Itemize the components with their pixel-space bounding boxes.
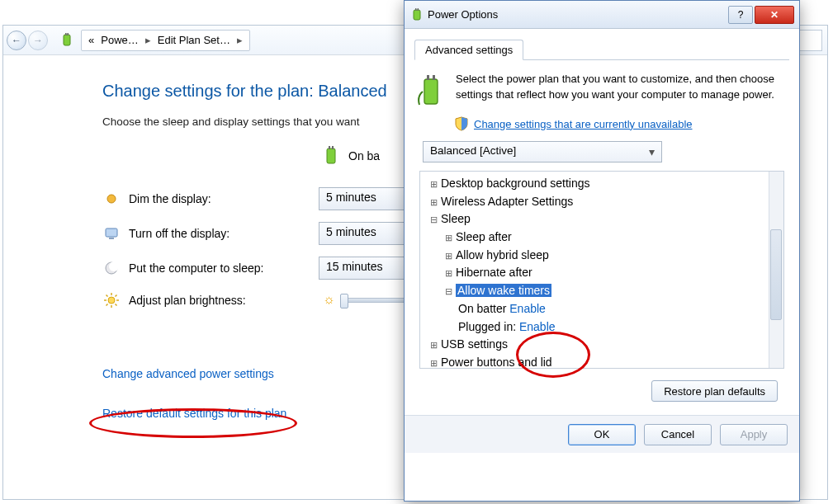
unlock-settings-row: Change settings that are currently unava… bbox=[454, 116, 789, 131]
on-battery-value[interactable]: Enable bbox=[509, 302, 546, 315]
tree-item-sleep[interactable]: ⊟Sleep bbox=[425, 210, 780, 228]
svg-point-10 bbox=[109, 261, 119, 271]
tree-item-desktop[interactable]: ⊞Desktop background settings bbox=[425, 175, 780, 193]
tree-item-sleep-after[interactable]: ⊞Sleep after bbox=[425, 228, 780, 247]
restore-plan-defaults-button[interactable]: Restore plan defaults bbox=[651, 380, 778, 402]
sun-low-icon: ☼ bbox=[323, 292, 335, 307]
dialog-body: Advanced settings Select the power plan … bbox=[405, 29, 799, 415]
crumb-back: « bbox=[85, 34, 97, 46]
svg-line-17 bbox=[116, 304, 117, 306]
svg-rect-24 bbox=[427, 75, 429, 80]
dim-label: Dim the display: bbox=[129, 192, 319, 205]
svg-rect-0 bbox=[64, 35, 70, 45]
tree-item-on-battery[interactable]: On batter Enable bbox=[425, 300, 780, 318]
dialog-title: Power Options bbox=[424, 8, 727, 21]
chevron-right-icon: ▸ bbox=[142, 34, 154, 46]
svg-line-18 bbox=[116, 295, 117, 297]
collapse-icon[interactable]: ⊟ bbox=[428, 213, 438, 227]
dim-icon bbox=[102, 190, 121, 208]
apply-button[interactable]: Apply bbox=[720, 424, 788, 445]
slider-thumb[interactable] bbox=[340, 294, 348, 309]
power-options-dialog: Power Options ? ✕ Advanced settings Sele… bbox=[404, 0, 800, 502]
svg-rect-5 bbox=[332, 146, 334, 149]
tree-item-power-buttons[interactable]: ⊞Power buttons and lid bbox=[425, 354, 780, 369]
turn-off-label: Turn off the display: bbox=[129, 227, 319, 240]
tree-item-usb[interactable]: ⊞USB settings bbox=[425, 336, 780, 354]
expand-icon[interactable]: ⊞ bbox=[443, 266, 453, 280]
expand-icon[interactable]: ⊞ bbox=[443, 231, 453, 245]
svg-rect-1 bbox=[65, 33, 67, 35]
svg-rect-21 bbox=[415, 8, 416, 11]
power-options-icon bbox=[409, 7, 424, 22]
expand-icon[interactable]: ⊞ bbox=[428, 338, 438, 352]
chevron-right-icon: ▸ bbox=[234, 34, 246, 46]
sleep-label: Put the computer to sleep: bbox=[129, 261, 319, 275]
monitor-icon bbox=[102, 224, 121, 243]
plan-dropdown[interactable]: Balanced [Active] bbox=[423, 141, 662, 163]
svg-line-19 bbox=[106, 304, 108, 306]
svg-rect-25 bbox=[433, 75, 435, 80]
breadcrumb[interactable]: « Powe… ▸ Edit Plan Set… ▸ bbox=[81, 30, 250, 51]
collapse-icon[interactable]: ⊟ bbox=[443, 285, 453, 299]
svg-rect-7 bbox=[106, 228, 117, 237]
tree-item-plugged-in[interactable]: Plugged in: Enable bbox=[425, 318, 780, 337]
svg-rect-2 bbox=[67, 33, 69, 35]
svg-rect-20 bbox=[414, 10, 420, 20]
moon-icon bbox=[102, 259, 121, 277]
svg-point-11 bbox=[108, 297, 115, 304]
svg-line-16 bbox=[106, 295, 108, 297]
cancel-button[interactable]: Cancel bbox=[644, 424, 712, 445]
tree-scrollbar[interactable] bbox=[769, 172, 783, 368]
expand-icon[interactable]: ⊞ bbox=[428, 177, 438, 191]
dialog-footer: OK Cancel Apply bbox=[405, 415, 799, 453]
tab-bar: Advanced settings bbox=[414, 39, 789, 60]
expand-icon[interactable]: ⊞ bbox=[428, 195, 438, 210]
svg-rect-23 bbox=[424, 79, 438, 104]
tree-item-wireless[interactable]: ⊞Wireless Adapter Settings bbox=[425, 193, 780, 211]
expand-icon[interactable]: ⊞ bbox=[428, 356, 438, 369]
svg-rect-22 bbox=[418, 8, 419, 11]
crumb-power[interactable]: Powe… bbox=[97, 34, 142, 46]
battery-icon bbox=[320, 144, 342, 167]
dialog-intro-text: Select the power plan that you want to c… bbox=[447, 72, 789, 111]
svg-rect-3 bbox=[327, 148, 335, 163]
sun-icon bbox=[102, 291, 121, 309]
expand-icon[interactable]: ⊞ bbox=[443, 249, 453, 263]
svg-rect-4 bbox=[329, 146, 330, 149]
help-button[interactable]: ? bbox=[728, 6, 753, 24]
ok-button[interactable]: OK bbox=[568, 424, 636, 445]
brightness-label: Adjust plan brightness: bbox=[129, 294, 319, 307]
crumb-edit-plan[interactable]: Edit Plan Set… bbox=[154, 34, 234, 46]
tree-item-hibernate-after[interactable]: ⊞Hibernate after bbox=[425, 264, 780, 282]
tree-selected-label: Allow wake timers bbox=[456, 284, 551, 297]
tree-item-wake-timers[interactable]: ⊟Allow wake timers bbox=[425, 282, 780, 300]
link-unlock-settings[interactable]: Change settings that are currently unava… bbox=[474, 118, 693, 130]
link-restore-defaults[interactable]: Restore default settings for this plan bbox=[102, 407, 286, 420]
svg-rect-8 bbox=[109, 238, 114, 239]
tab-advanced-settings[interactable]: Advanced settings bbox=[414, 40, 523, 60]
power-plan-icon bbox=[58, 31, 76, 49]
dialog-intro: Select the power plan that you want to c… bbox=[414, 72, 789, 111]
dialog-titlebar[interactable]: Power Options ? ✕ bbox=[405, 1, 799, 29]
plugged-in-value[interactable]: Enable bbox=[519, 320, 556, 333]
link-change-advanced[interactable]: Change advanced power settings bbox=[102, 367, 274, 380]
svg-point-6 bbox=[107, 195, 116, 203]
scrollbar-thumb[interactable] bbox=[770, 229, 782, 320]
settings-tree[interactable]: ⊞Desktop background settings ⊞Wireless A… bbox=[419, 171, 784, 369]
back-button[interactable]: ← bbox=[7, 31, 26, 50]
shield-icon bbox=[454, 116, 469, 131]
column-header-label: On ba bbox=[348, 149, 380, 163]
battery-large-icon bbox=[414, 72, 447, 111]
forward-button[interactable]: → bbox=[28, 31, 48, 50]
tree-item-hybrid-sleep[interactable]: ⊞Allow hybrid sleep bbox=[425, 247, 780, 265]
close-button[interactable]: ✕ bbox=[755, 6, 794, 24]
